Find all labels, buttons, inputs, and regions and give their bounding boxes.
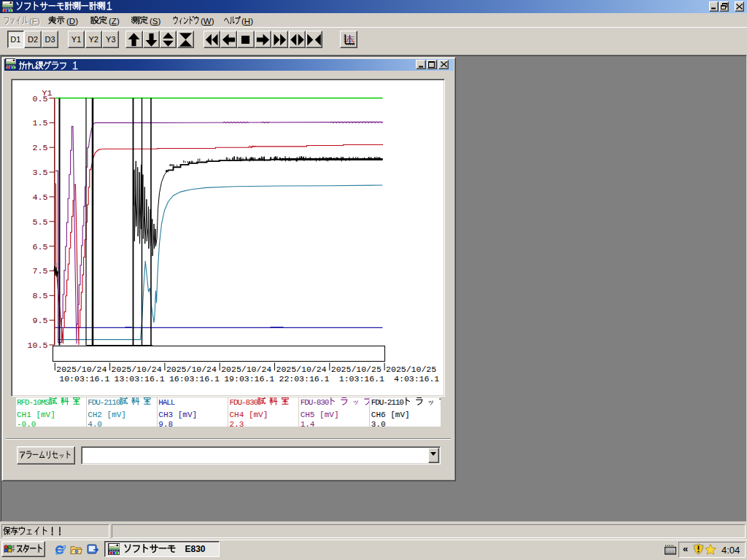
svg-text:2025/10/25: 2025/10/25 (330, 365, 381, 374)
svg-text:22:03:16.1: 22:03:16.1 (279, 374, 329, 384)
svg-text:2025/10/24: 2025/10/24 (276, 365, 326, 374)
svg-text:2025/10/24: 2025/10/24 (111, 365, 161, 374)
svg-text:4.5: 4.5 (32, 192, 47, 203)
svg-text:2025/10/24: 2025/10/24 (56, 365, 107, 374)
svg-text:2025/10/25: 2025/10/25 (386, 365, 436, 374)
svg-text:1.5: 1.5 (32, 118, 47, 128)
svg-text:9.5: 9.5 (32, 316, 47, 326)
svg-text:5.5: 5.5 (32, 217, 47, 228)
svg-text:10:03:16.1: 10:03:16.1 (59, 374, 109, 384)
svg-text:2025/10/24: 2025/10/24 (166, 365, 216, 374)
svg-text:7.5: 7.5 (32, 266, 47, 276)
svg-text:19:03:16.1: 19:03:16.1 (224, 374, 274, 384)
svg-text:2025/10/24: 2025/10/24 (221, 365, 271, 374)
svg-text:1:03:16.1: 1:03:16.1 (338, 374, 384, 384)
svg-text:3.5: 3.5 (32, 168, 47, 178)
svg-text:2.5: 2.5 (32, 143, 47, 153)
svg-text:13:03:16.1: 13:03:16.1 (114, 374, 164, 384)
svg-text:6.5: 6.5 (32, 242, 47, 252)
svg-text:0.5: 0.5 (32, 94, 47, 104)
svg-text:10.5: 10.5 (27, 341, 47, 351)
svg-text:4:03:16.1: 4:03:16.1 (394, 374, 439, 384)
svg-text:8.5: 8.5 (32, 291, 47, 301)
svg-text:16:03:16.1: 16:03:16.1 (169, 374, 219, 384)
